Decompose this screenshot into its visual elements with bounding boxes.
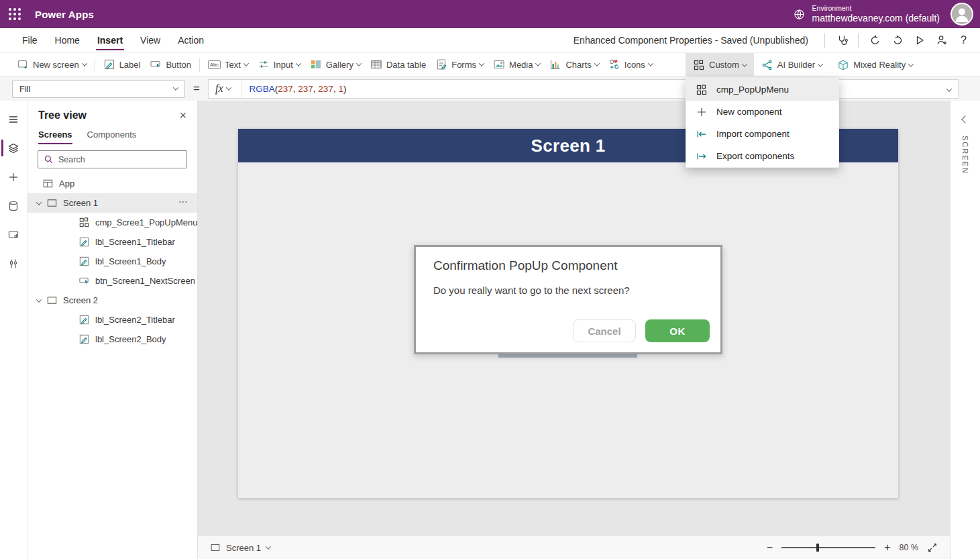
menu-item-export-components[interactable]: Export components [686,145,838,167]
tree-item-btn-screen1-nextscreen[interactable]: btn_Screen1_NextScreen [28,271,197,291]
component-icon [695,84,708,96]
hamburger-icon [7,113,19,125]
tree-item-lbl-screen2-body[interactable]: lbl_Screen2_Body [28,329,197,349]
menu-home[interactable]: Home [46,28,89,52]
mixed-reality-menu[interactable]: Mixed Reality [830,53,920,77]
menu-item-import-component[interactable]: Import component [686,123,838,145]
chevron-down-icon [946,86,952,91]
menu-file[interactable]: File [13,28,46,52]
media-screen-icon [7,229,19,241]
button-icon [78,275,90,287]
dialog-title: Confirmation PopUp Component [433,258,720,273]
zoom-slider[interactable] [781,547,875,548]
chevron-down-icon [479,60,484,66]
import-icon [695,128,708,140]
rail-insert-button[interactable] [0,162,27,191]
custom-menu-button[interactable]: Custom [686,53,754,77]
data-table-icon [370,58,382,70]
preview-play-icon[interactable] [908,30,930,50]
menu-item-cmp-popupmenu[interactable]: cmp_PopUpMenu [686,79,838,101]
tree-item-screen1[interactable]: Screen 1 ⋯ [28,193,197,213]
menu-insert[interactable]: Insert [89,28,131,52]
screen-selector[interactable]: Screen 1 [210,542,270,553]
new-screen-button[interactable]: New screen [12,53,91,77]
bottom-bar: Screen 1 − + 80 % [198,536,950,559]
waffle-menu-button[interactable] [0,0,30,28]
label-button[interactable]: Label [99,53,146,77]
app-checker-icon[interactable] [830,30,853,50]
properties-panel-collapsed: SCREEN [950,101,980,559]
media-menu[interactable]: Media [488,53,545,77]
charts-menu[interactable]: Charts [545,53,603,77]
chevron-down-icon [243,60,249,66]
chevron-down-icon [818,61,823,66]
text-menu[interactable]: Abc Text [203,53,253,77]
tree-item-screen2[interactable]: Screen 2 [28,291,197,310]
divider [95,58,95,72]
menu-item-new-component[interactable]: New component [686,101,838,123]
input-menu[interactable]: Input [253,53,305,77]
environment-switcher[interactable]: Environment matthewdevaney.com (default) [793,4,940,25]
environment-icon [793,8,806,21]
property-selector[interactable]: Fill [12,80,185,98]
zoom-in-button[interactable]: + [884,542,890,554]
help-icon[interactable]: ? [952,30,975,50]
charts-icon [549,58,561,70]
tree-item-lbl-screen2-titlebar[interactable]: lbl_Screen2_Titlebar [28,310,197,329]
chevron-down-icon [356,60,362,66]
rail-data-button[interactable] [0,191,27,220]
formula-expand-button[interactable] [940,83,958,95]
zoom-out-button[interactable]: − [767,542,773,554]
equals-sign: = [193,82,200,95]
chevron-down-icon[interactable] [33,299,45,303]
ok-button[interactable]: OK [645,319,710,342]
chevron-down-icon[interactable] [33,201,45,205]
tab-components[interactable]: Components [87,125,137,144]
layers-icon [7,142,19,154]
rail-media-button[interactable] [0,220,27,249]
search-input[interactable] [58,155,181,164]
export-icon [695,150,708,162]
share-icon[interactable] [930,30,952,50]
redo-icon[interactable] [886,30,908,50]
tree-item-cmp-scree1-popupmenu[interactable]: cmp_Scree1_PopUpMenu [28,213,197,232]
fx-dropdown[interactable]: fx [209,80,243,98]
rail-advanced-tools-button[interactable] [0,249,27,278]
cancel-button[interactable]: Cancel [573,319,636,342]
expand-panel-chevron-icon[interactable] [961,115,969,123]
rail-hamburger-button[interactable] [0,105,27,134]
tree-item-app[interactable]: App [28,174,197,193]
screen-icon [46,295,58,306]
ai-builder-menu[interactable]: AI Builder [754,53,830,77]
chevron-down-icon [648,60,653,66]
new-screen-icon [17,58,29,70]
zoom-slider-thumb[interactable] [816,544,819,552]
menu-view[interactable]: View [131,28,169,52]
chevron-down-icon [81,60,87,66]
avatar[interactable] [950,3,973,26]
button-button[interactable]: Button [145,53,196,77]
text-abc-icon: Abc [208,60,221,69]
icons-menu[interactable]: Icons [604,53,657,77]
plus-icon [7,171,19,183]
more-options-icon[interactable]: ⋯ [178,196,188,207]
app-name: Power Apps [35,9,94,20]
tab-screens[interactable]: Screens [38,125,72,144]
gallery-menu[interactable]: Gallery [305,53,366,77]
undo-icon[interactable] [864,30,886,50]
rail-tree-view-button[interactable] [0,134,27,162]
fullscreen-icon[interactable] [927,542,938,553]
app-icon [42,178,54,189]
tree-item-lbl-screen1-titlebar[interactable]: lbl_Screen1_Titlebar [28,232,197,252]
tree-item-lbl-screen1-body[interactable]: lbl_Screen1_Body [28,252,197,271]
environment-name: matthewdevaney.com (default) [812,13,940,25]
dialog-message: Do you really want to go to the next scr… [433,285,720,296]
close-icon[interactable]: × [179,109,186,121]
label-icon [78,334,90,345]
data-table-button[interactable]: Data table [366,53,431,77]
menu-action[interactable]: Action [169,28,213,52]
confirmation-popup-dialog[interactable]: Confirmation PopUp Component Do you real… [414,245,722,354]
chevron-down-icon [594,60,600,66]
menu-bar: File Home Insert View Action Enhanced Co… [0,28,980,53]
forms-menu[interactable]: Forms [431,53,488,77]
